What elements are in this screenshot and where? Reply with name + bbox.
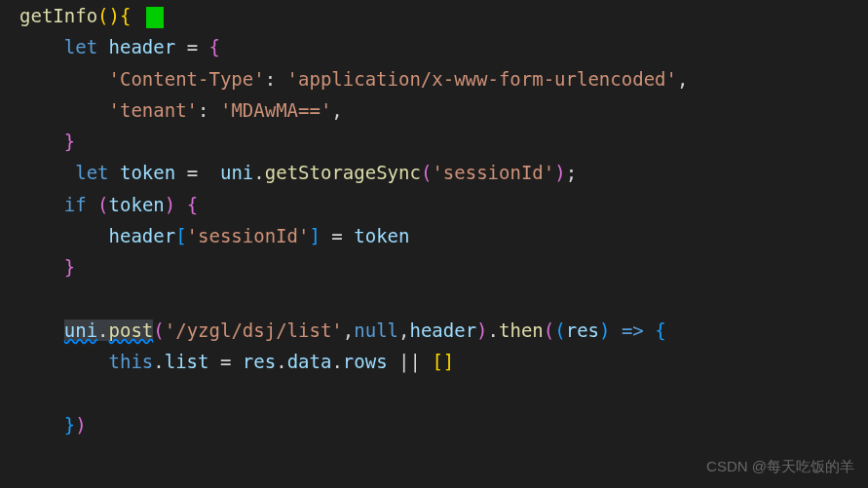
code-editor[interactable]: getInfo(){ let header = { 'Content-Type'… bbox=[0, 0, 868, 440]
text-cursor bbox=[146, 7, 164, 28]
this-keyword: this bbox=[109, 351, 154, 372]
keyword-let: let bbox=[64, 36, 97, 57]
function-name: getInfo bbox=[19, 5, 97, 26]
keyword-if: if bbox=[64, 194, 87, 215]
uni-object: uni bbox=[64, 319, 97, 341]
watermark-text: CSDN @每天吃饭的羊 bbox=[706, 454, 854, 479]
null-literal: null bbox=[354, 319, 398, 341]
post-method: post bbox=[109, 319, 154, 341]
url-string: '/yzgl/dsj/list' bbox=[165, 319, 343, 341]
